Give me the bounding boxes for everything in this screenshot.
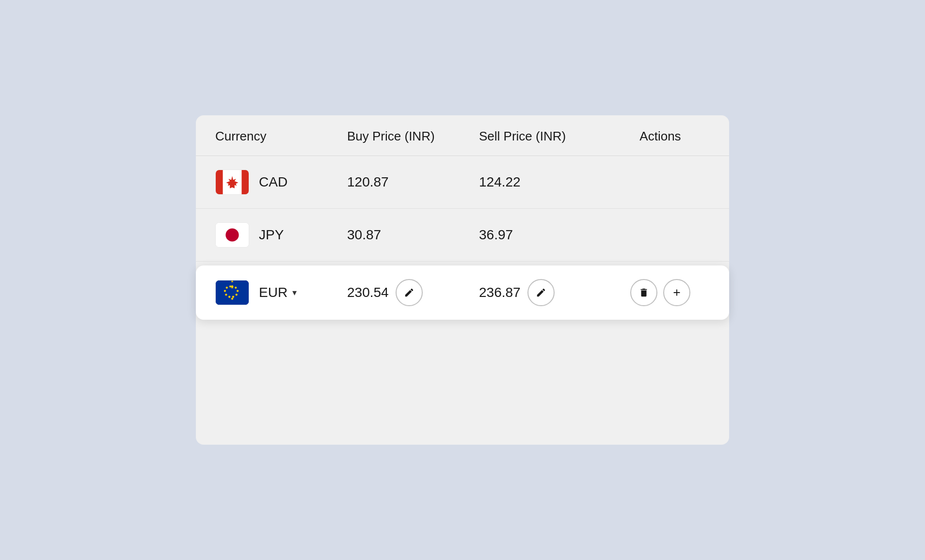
svg-point-13 xyxy=(232,296,234,298)
svg-point-14 xyxy=(228,296,230,298)
flag-jpy xyxy=(215,222,249,248)
flag-eur xyxy=(215,280,249,305)
edit-sell-price-button[interactable] xyxy=(527,279,555,306)
chevron-down-icon: ▾ xyxy=(292,287,297,298)
header-actions: Actions xyxy=(611,129,710,144)
sell-price-cad: 124.22 xyxy=(479,174,611,190)
header-currency: Currency xyxy=(215,129,347,144)
table-header: Currency Buy Price (INR) Sell Price (INR… xyxy=(196,115,729,156)
plus-icon xyxy=(671,287,682,298)
add-button[interactable] xyxy=(663,279,690,306)
delete-button[interactable] xyxy=(630,279,657,306)
svg-point-17 xyxy=(226,287,228,289)
svg-point-19 xyxy=(231,297,233,299)
currency-cell-jpy: JPY xyxy=(215,222,347,248)
table-row: CAD 120.87 124.22 xyxy=(196,156,729,209)
svg-point-5 xyxy=(225,228,239,241)
svg-point-20 xyxy=(231,285,233,287)
currency-cell-eur: EUR ▾ xyxy=(215,280,347,305)
svg-point-11 xyxy=(237,290,239,292)
header-buy-price: Buy Price (INR) xyxy=(347,129,479,144)
svg-point-15 xyxy=(225,294,227,296)
svg-rect-2 xyxy=(241,170,249,195)
buy-price-eur: 230.54 xyxy=(347,279,479,306)
svg-point-18 xyxy=(229,285,231,287)
table-body: CAD 120.87 124.22 JPY 30.87 36.97 xyxy=(196,156,729,320)
flag-cad xyxy=(215,170,249,195)
svg-point-16 xyxy=(224,290,226,292)
japan-flag-svg xyxy=(216,222,249,248)
trash-icon xyxy=(638,287,649,298)
svg-rect-1 xyxy=(216,170,223,195)
svg-point-10 xyxy=(235,287,237,289)
currency-code-eur: EUR xyxy=(259,285,287,300)
sell-price-jpy: 36.97 xyxy=(479,227,611,243)
currency-code-jpy: JPY xyxy=(259,227,284,243)
buy-price-cad: 120.87 xyxy=(347,174,479,190)
currency-cell-cad: CAD xyxy=(215,170,347,195)
pencil-icon xyxy=(536,287,546,298)
pencil-icon xyxy=(404,287,415,298)
currency-code-cad: CAD xyxy=(259,174,287,190)
edit-buy-price-button[interactable] xyxy=(396,279,423,306)
svg-rect-6 xyxy=(216,280,249,305)
currency-eur-with-dropdown[interactable]: EUR ▾ xyxy=(259,285,297,300)
sell-price-eur: 236.87 xyxy=(479,279,611,306)
actions-eur xyxy=(611,279,710,306)
currency-table: Currency Buy Price (INR) Sell Price (INR… xyxy=(196,115,729,445)
canada-flag-svg xyxy=(216,170,249,195)
table-row: JPY 30.87 36.97 xyxy=(196,209,729,262)
eu-flag-svg xyxy=(216,280,249,305)
svg-point-12 xyxy=(236,294,238,296)
buy-price-jpy: 30.87 xyxy=(347,227,479,243)
header-sell-price: Sell Price (INR) xyxy=(479,129,611,144)
table-row-active: EUR ▾ 230.54 236.87 xyxy=(196,265,729,320)
